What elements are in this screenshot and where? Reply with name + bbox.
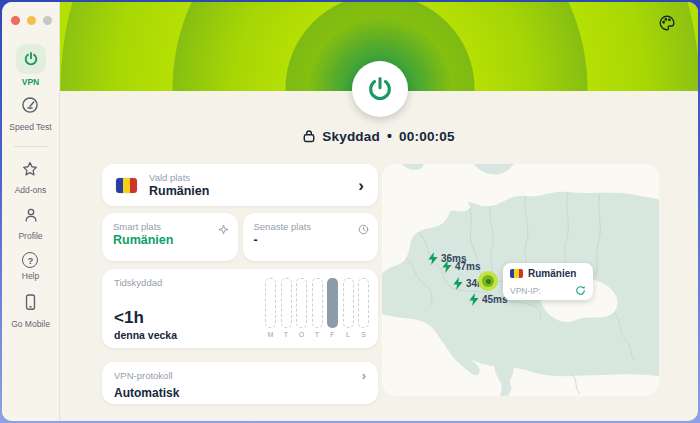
- tooltip-country: Rumänien: [528, 268, 576, 279]
- selected-location-value: Rumänien: [149, 184, 209, 198]
- sidebar-item-go-mobile[interactable]: Go Mobile: [11, 293, 50, 329]
- tooltip-ip-label: VPN-IP:: [510, 286, 541, 296]
- sidebar-item-label: Add-ons: [15, 185, 47, 195]
- sidebar-nav: VPN Speed Test: [2, 44, 59, 329]
- chart-bar: [265, 278, 276, 328]
- power-icon: [366, 75, 394, 103]
- lightning-bolt-icon: [453, 277, 463, 290]
- power-icon: [16, 44, 46, 74]
- chart-bar: [281, 278, 292, 328]
- sidebar: VPN Speed Test: [2, 2, 60, 421]
- question-mark-icon: ?: [22, 252, 38, 268]
- romania-flag-icon: [510, 269, 523, 278]
- close-window-button[interactable]: [11, 16, 20, 25]
- chevron-right-icon: ›: [362, 369, 366, 382]
- lock-icon: [303, 129, 315, 143]
- vpn-protocol-value: Automatisk: [114, 386, 366, 400]
- chart-bar: [358, 278, 369, 328]
- time-protected-value: <1h: [114, 308, 144, 328]
- clock-icon: [358, 221, 369, 239]
- chart-bar-active: [327, 278, 338, 328]
- zoom-window-button[interactable]: [43, 16, 52, 25]
- marker-core: [486, 279, 491, 284]
- time-protected-subvalue: denna vecka: [114, 329, 177, 341]
- chart-bar: [296, 278, 307, 328]
- smart-location-label: Smart plats: [113, 221, 227, 232]
- sidebar-item-speed-test[interactable]: Speed Test: [9, 95, 51, 132]
- vpn-protocol-card[interactable]: VPN-protokoll › Automatisk: [102, 362, 378, 404]
- status-separator: •: [387, 128, 392, 144]
- sidebar-item-label: Speed Test: [9, 122, 51, 132]
- day-label: F: [327, 331, 338, 338]
- cards-column: Vald plats Rumänien › Smart plats Rumäni…: [102, 164, 378, 404]
- day-label: T: [312, 331, 323, 338]
- time-protected-card: Tidskyddad <1h denna vecka M T O T: [102, 269, 378, 348]
- romania-flag-icon: [116, 178, 137, 193]
- status-label: Skyddad: [322, 129, 380, 144]
- last-location-label: Senaste plats: [254, 221, 368, 232]
- window-controls: [11, 16, 52, 25]
- ping-value: 47ms: [455, 261, 481, 272]
- sidebar-item-label: VPN: [22, 77, 39, 87]
- person-icon: [22, 206, 40, 228]
- app-window: VPN Speed Test: [2, 2, 698, 421]
- lightning-bolt-icon: [428, 252, 438, 265]
- sidebar-item-label: Go Mobile: [11, 319, 50, 329]
- day-label: L: [343, 331, 354, 338]
- phone-icon: [22, 293, 39, 316]
- connection-status: Skyddad • 00:00:05: [60, 128, 698, 144]
- refresh-icon[interactable]: [575, 282, 586, 300]
- smart-location-card[interactable]: Smart plats Rumänien: [102, 213, 238, 261]
- sidebar-item-profile[interactable]: Profile: [18, 206, 42, 241]
- minimize-window-button[interactable]: [27, 16, 36, 25]
- theme-palette-icon[interactable]: [658, 14, 676, 32]
- lightning-bolt-icon: [469, 293, 479, 306]
- europe-map[interactable]: 36ms 47ms 34ms 45ms Rumänien VPN-IP:: [382, 164, 659, 396]
- chart-bar: [312, 278, 323, 328]
- selected-location-label: Vald plats: [149, 172, 209, 183]
- star-icon: [21, 160, 39, 182]
- disconnect-power-button[interactable]: [352, 61, 408, 117]
- sidebar-item-label: Help: [22, 271, 39, 281]
- chart-bar: [343, 278, 354, 328]
- sidebar-divider: [14, 146, 48, 147]
- selected-location-card[interactable]: Vald plats Rumänien ›: [102, 164, 378, 206]
- marker-ring: [482, 275, 494, 287]
- day-label: M: [265, 331, 276, 338]
- last-location-value: -: [254, 233, 368, 247]
- ping-badge: 47ms: [442, 260, 481, 273]
- chart-day-labels: M T O T F L S: [265, 331, 369, 338]
- last-location-card[interactable]: Senaste plats -: [243, 213, 379, 261]
- sidebar-item-label: Profile: [18, 231, 42, 241]
- vpn-protocol-label: VPN-protokoll: [114, 370, 173, 381]
- chevron-right-icon: ›: [358, 177, 364, 194]
- smart-location-value: Rumänien: [113, 233, 227, 247]
- sidebar-item-vpn[interactable]: VPN: [16, 44, 46, 87]
- day-label: T: [281, 331, 292, 338]
- sidebar-item-add-ons[interactable]: Add-ons: [15, 160, 47, 195]
- spark-icon: [218, 221, 229, 239]
- ping-badge: 45ms: [469, 293, 508, 306]
- day-label: O: [296, 331, 307, 338]
- status-timer: 00:00:05: [399, 129, 455, 144]
- server-tooltip: Rumänien VPN-IP:: [503, 263, 593, 300]
- day-label: S: [358, 331, 369, 338]
- weekly-usage-chart: M T O T F L S: [265, 278, 369, 338]
- chart-bars: [265, 278, 369, 328]
- lightning-bolt-icon: [442, 260, 452, 273]
- speedometer-icon: [20, 95, 40, 119]
- sidebar-item-help[interactable]: ? Help: [22, 252, 39, 281]
- connected-server-marker[interactable]: [478, 271, 498, 291]
